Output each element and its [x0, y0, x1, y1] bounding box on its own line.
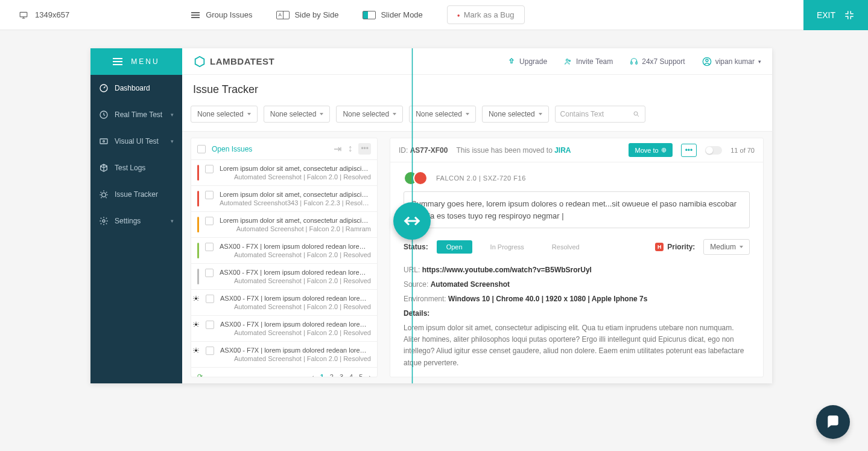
- issue-checkbox[interactable]: [205, 243, 214, 251]
- summary-field[interactable]: Summary goes here, lorem ipsum dolores o…: [404, 191, 750, 228]
- issue-meta: Automated Screenshot | Falcon 2.0 | Reso…: [220, 173, 371, 181]
- open-issues-label[interactable]: Open Issues: [212, 145, 252, 153]
- sidebar-item-label: Real Time Test: [115, 110, 162, 119]
- app-screenshot: MENU Dashboard Real Time Test ▾ Visual U…: [90, 48, 772, 383]
- svg-point-15: [195, 324, 197, 326]
- user-menu[interactable]: vipan kumar ▾: [702, 57, 761, 66]
- more-actions[interactable]: •••: [358, 143, 371, 155]
- issue-checkbox[interactable]: [206, 347, 214, 355]
- dimensions-text: 1349x657: [35, 10, 69, 19]
- slider-handle[interactable]: [393, 202, 431, 240]
- detail-more-actions[interactable]: •••: [681, 144, 697, 157]
- eye-icon: [99, 136, 109, 146]
- issue-checkbox[interactable]: [206, 321, 214, 329]
- exit-button[interactable]: EXIT: [803, 0, 868, 30]
- page-4[interactable]: 4: [349, 373, 353, 378]
- viewport-dimensions: 1349x657: [18, 10, 69, 19]
- mark-as-bug-button[interactable]: Mark as a Bug: [447, 5, 525, 24]
- page-next[interactable]: ›: [369, 373, 371, 378]
- priority-bar: [197, 191, 199, 206]
- side-by-side-tool[interactable]: Side by Side: [276, 10, 338, 19]
- jira-link[interactable]: JIRA: [554, 146, 571, 155]
- issue-counter: 11 of 70: [730, 147, 755, 154]
- status-resolved[interactable]: Resolved: [542, 240, 589, 254]
- refresh-icon[interactable]: ⟳: [197, 373, 203, 377]
- sidebar-item-realtime[interactable]: Real Time Test ▾: [90, 101, 182, 128]
- issue-body: Open Issues ⇥ ↕ ••• Lorem ipsum dolor si…: [182, 132, 772, 383]
- sidebar-item-issuetracker[interactable]: Issue Tracker: [90, 181, 182, 208]
- issue-row[interactable]: Lorem ipsum dolor sit amet, consectetur …: [191, 160, 377, 186]
- support-label: 24x7 Support: [642, 57, 685, 66]
- invite-label: Invite Team: [576, 57, 613, 66]
- filter-2[interactable]: None selected: [264, 106, 331, 123]
- slider-mode-tool[interactable]: Slider Mode: [363, 10, 422, 19]
- menu-label: MENU: [131, 57, 159, 66]
- chevron-down-icon: ▾: [758, 59, 761, 65]
- pin-icon[interactable]: ⇥: [334, 143, 341, 155]
- issue-title: Lorem ipsum dolor sit amet, consectetur …: [220, 165, 371, 172]
- status-row: Status: Open In Progress Resolved HPrior…: [404, 239, 750, 255]
- issue-row[interactable]: ASX00 - F7X | lorem ipsum dolored redean…: [191, 342, 377, 368]
- sort-icon[interactable]: ↕: [347, 143, 352, 155]
- issue-detail-pane: ID: AS77-XF00 This issue has been moved …: [390, 138, 764, 377]
- status-open[interactable]: Open: [437, 240, 472, 254]
- sidebar: MENU Dashboard Real Time Test ▾ Visual U…: [90, 48, 182, 383]
- issue-text: ASX00 - F7X | lorem ipsum dolored redean…: [220, 321, 371, 336]
- select-all-checkbox[interactable]: [197, 145, 206, 153]
- issue-text: Lorem ipsum dolor sit amet, consectetur …: [220, 217, 371, 232]
- header-links: Upgrade Invite Team 24x7 Support vipan k…: [507, 57, 761, 66]
- group-issues-label: Group Issues: [206, 10, 252, 19]
- sidebar-item-dashboard[interactable]: Dashboard: [90, 75, 182, 101]
- invite-team-link[interactable]: Invite Team: [564, 57, 613, 66]
- search-input[interactable]: Contains Text: [555, 106, 645, 123]
- issue-row[interactable]: ASX00 - F7X | lorem ipsum dolored redean…: [191, 290, 377, 316]
- group-issues-tool[interactable]: Group Issues: [190, 10, 252, 19]
- filter-5[interactable]: None selected: [482, 106, 549, 123]
- detail-toggle[interactable]: [705, 146, 722, 155]
- chevron-down-icon: ▾: [171, 138, 174, 144]
- issue-checkbox[interactable]: [205, 165, 214, 173]
- upgrade-link[interactable]: Upgrade: [507, 57, 547, 66]
- issue-row[interactable]: ASX00 - F7X | lorem ipsum dolored redean…: [191, 238, 377, 264]
- issue-meta: Automated Screenshot | Falcon 2.0 | Reso…: [220, 277, 371, 284]
- brand-logo[interactable]: LAMBDATEST: [193, 55, 274, 68]
- page-5[interactable]: 5: [359, 373, 363, 378]
- priority-select[interactable]: Medium: [703, 239, 750, 255]
- issue-title: ASX00 - F7X | lorem ipsum dolored redean…: [220, 243, 371, 250]
- issue-row[interactable]: ASX00 - F7X | lorem ipsum dolored redean…: [191, 264, 377, 290]
- sidebar-item-testlogs[interactable]: Test Logs: [90, 155, 182, 181]
- filter-1[interactable]: None selected: [191, 106, 258, 123]
- page-3[interactable]: 3: [340, 373, 343, 378]
- help-chat-button[interactable]: [816, 405, 850, 439]
- slider-icon: [363, 11, 376, 19]
- page-prev[interactable]: ‹: [312, 373, 314, 378]
- issue-row[interactable]: ASX00 - F7X | lorem ipsum dolored redean…: [191, 316, 377, 342]
- move-to-button[interactable]: Move to⊕: [629, 143, 672, 157]
- issue-checkbox[interactable]: [206, 295, 214, 303]
- support-link[interactable]: 24x7 Support: [630, 57, 685, 66]
- issue-row[interactable]: Lorem ipsum dolor sit amet, consectetur …: [191, 212, 377, 238]
- svg-rect-10: [636, 62, 637, 64]
- issue-checkbox[interactable]: [205, 191, 214, 199]
- search-placeholder: Contains Text: [560, 110, 604, 118]
- cube-icon: [99, 163, 109, 173]
- status-in-progress[interactable]: In Progress: [481, 240, 534, 254]
- issue-checkbox[interactable]: [205, 269, 214, 277]
- collapse-icon: [844, 10, 855, 21]
- issue-checkbox[interactable]: [205, 217, 214, 225]
- search-icon: [633, 110, 640, 118]
- filter-4[interactable]: None selected: [409, 106, 476, 123]
- avatar-row: FALCON 2.0 | SXZ-720 F16: [404, 171, 750, 185]
- sidebar-item-visual[interactable]: Visual UI Test ▾: [90, 128, 182, 155]
- sidebar-item-settings[interactable]: Settings ▾: [90, 208, 182, 234]
- issue-meta: Automated Screenshot | Falcon 2.0 | Reso…: [220, 329, 371, 336]
- issue-row[interactable]: Lorem ipsum dolor sit amet, consectetur …: [191, 186, 377, 212]
- filter-3[interactable]: None selected: [336, 106, 403, 123]
- priority-bar: [197, 243, 199, 258]
- avatar-icon: [702, 57, 712, 66]
- page-1[interactable]: 1: [320, 373, 324, 378]
- issue-title: ASX00 - F7X | lorem ipsum dolored redean…: [220, 269, 371, 276]
- avatar[interactable]: [413, 171, 428, 185]
- menu-toggle[interactable]: MENU: [90, 48, 182, 75]
- page-2[interactable]: 2: [330, 373, 334, 378]
